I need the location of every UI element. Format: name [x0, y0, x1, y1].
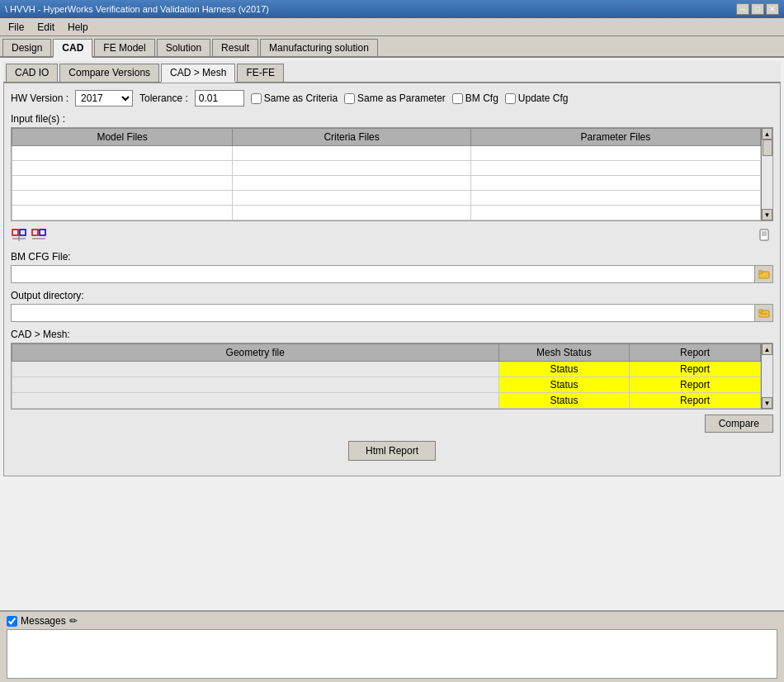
top-tab-bar: Design CAD FE Model Solution Result Manu… [0, 36, 784, 58]
svg-rect-4 [32, 230, 38, 235]
bm-cfg-input-row [11, 265, 773, 283]
add-row-button[interactable] [11, 228, 27, 243]
input-files-scrollbar[interactable]: ▲ ▼ [761, 128, 772, 220]
messages-checkbox[interactable] [7, 616, 17, 627]
output-dir-input-row [11, 304, 773, 322]
pencil-icon[interactable]: ✏ [69, 615, 78, 627]
attach-icon [758, 229, 772, 242]
tab-fe-fe[interactable]: FE-FE [237, 64, 284, 82]
hw-version-select[interactable]: 2017 [75, 90, 133, 107]
messages-header: Messages ✏ [7, 615, 777, 627]
cad-mesh-row: Status Report [12, 362, 761, 377]
svg-rect-0 [12, 230, 18, 235]
bm-cfg-label-section: BM CFG File: [11, 251, 773, 263]
same-as-parameter-label: Same as Parameter [357, 92, 446, 104]
table-row [12, 176, 761, 191]
tab-compare-versions[interactable]: Compare Versions [59, 64, 159, 82]
tab-cad-mesh[interactable]: CAD > Mesh [161, 64, 235, 83]
cad-mesh-row: Status Report [12, 393, 761, 409]
minimize-button[interactable]: ─ [736, 3, 749, 15]
output-dir-label-section: Output directory: [11, 290, 773, 301]
cad-mesh-container: Geometry file Mesh Status Report Status … [11, 343, 773, 410]
menu-help[interactable]: Help [61, 20, 95, 35]
svg-rect-5 [40, 230, 45, 235]
tab-design[interactable]: Design [2, 39, 51, 56]
bm-cfg-check[interactable] [452, 93, 463, 104]
tab-fe-model[interactable]: FE Model [94, 39, 154, 56]
same-as-criteria-checkbox[interactable]: Same as Criteria [251, 92, 338, 104]
menu-file[interactable]: File [2, 20, 31, 35]
window-controls: ─ □ ✕ [736, 3, 779, 15]
scroll-up-button[interactable]: ▲ [762, 128, 772, 140]
status-cell-2[interactable]: Status [498, 377, 630, 393]
table-row [12, 191, 761, 206]
svg-rect-14 [758, 310, 763, 312]
menu-edit[interactable]: Edit [31, 20, 61, 35]
cad-mesh-table-wrapper: Geometry file Mesh Status Report Status … [12, 343, 772, 409]
compare-button[interactable]: Compare [705, 414, 773, 433]
same-as-criteria-check[interactable] [251, 93, 262, 104]
output-dir-browse-button[interactable] [754, 305, 772, 321]
report-cell-1[interactable]: Report [630, 362, 761, 377]
cad-mesh-scroll-track [762, 355, 772, 397]
same-as-criteria-label: Same as Criteria [264, 92, 338, 104]
menu-bar: File Edit Help [0, 18, 784, 36]
update-cfg-checkbox[interactable]: Update Cfg [505, 92, 569, 104]
html-report-button[interactable]: Html Report [348, 441, 436, 461]
table-row [12, 161, 761, 176]
folder-icon [758, 269, 770, 279]
remove-row-button[interactable] [31, 228, 47, 243]
cad-mesh-table: Geometry file Mesh Status Report Status … [12, 343, 761, 409]
scroll-thumb[interactable] [763, 140, 772, 156]
settings-row: HW Version : 2017 Tolerance : Same as Cr… [11, 90, 773, 107]
cad-mesh-scrollbar[interactable]: ▲ ▼ [761, 343, 772, 409]
tab-cad-io[interactable]: CAD IO [6, 64, 58, 82]
col-model-files: Model Files [12, 129, 233, 146]
output-dir-input[interactable] [12, 305, 754, 320]
tab-cad[interactable]: CAD [53, 39, 92, 58]
messages-section: Messages ✏ [0, 610, 784, 682]
title-bar: \ HVVH - HyperWorks Verification and Val… [0, 0, 784, 18]
bm-cfg-input[interactable] [12, 267, 754, 282]
svg-rect-12 [758, 271, 763, 273]
cad-mesh-col-status: Mesh Status [498, 344, 630, 362]
tab-manufacturing[interactable]: Manufacturing solution [260, 39, 378, 56]
cad-mesh-scroll-down[interactable]: ▼ [762, 397, 772, 409]
scroll-down-button[interactable]: ▼ [762, 209, 772, 220]
status-cell-3[interactable]: Status [498, 393, 630, 409]
messages-area[interactable] [7, 629, 777, 679]
close-button[interactable]: ✕ [766, 3, 779, 15]
input-files-container: Model Files Criteria Files Parameter Fil… [11, 127, 773, 221]
status-cell-1[interactable]: Status [498, 362, 630, 377]
same-as-parameter-check[interactable] [344, 93, 355, 104]
update-cfg-label: Update Cfg [518, 92, 569, 104]
tolerance-label: Tolerance : [139, 92, 188, 104]
report-cell-3[interactable]: Report [630, 393, 761, 409]
messages-label: Messages [21, 615, 66, 627]
scroll-track [762, 140, 772, 209]
tab-result[interactable]: Result [212, 39, 258, 56]
cad-mesh-panel: HW Version : 2017 Tolerance : Same as Cr… [3, 83, 781, 476]
update-cfg-check[interactable] [505, 93, 516, 104]
add-row-icon [12, 229, 26, 242]
col-criteria-files: Criteria Files [233, 129, 471, 146]
table-row [12, 206, 761, 220]
bm-cfg-browse-button[interactable] [754, 266, 772, 282]
tolerance-input[interactable] [195, 90, 244, 107]
maximize-button[interactable]: □ [751, 3, 764, 15]
same-as-parameter-checkbox[interactable]: Same as Parameter [344, 92, 446, 104]
icon-toolbar [11, 225, 773, 246]
tab-solution[interactable]: Solution [157, 39, 210, 56]
table-row [12, 146, 761, 161]
svg-rect-1 [20, 230, 26, 235]
remove-row-icon [31, 229, 46, 242]
bm-cfg-checkbox[interactable]: BM Cfg [452, 92, 498, 104]
report-cell-2[interactable]: Report [630, 377, 761, 393]
file-attach-icon[interactable] [757, 228, 773, 243]
cad-mesh-scroll-up[interactable]: ▲ [762, 343, 772, 355]
second-tab-bar: CAD IO Compare Versions CAD > Mesh FE-FE [3, 61, 781, 83]
input-files-label: Input file(s) : [11, 113, 773, 125]
bm-cfg-label: BM Cfg [465, 92, 498, 104]
cad-mesh-section-label: CAD > Mesh: [11, 329, 773, 340]
folder-open-icon [758, 308, 770, 318]
